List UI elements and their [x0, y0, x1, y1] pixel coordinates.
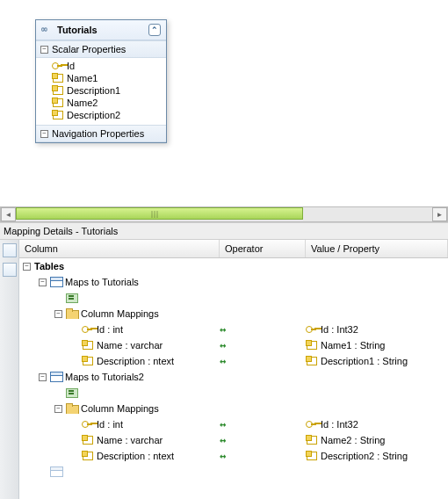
entity-title-bar[interactable]: ∞ Tutorials ⌃ — [36, 20, 166, 40]
scalar-props-list: IdName1Description1Name2Description2 — [36, 58, 166, 125]
property-icon — [306, 435, 318, 445]
minus-toggle-icon[interactable]: − — [54, 310, 62, 318]
scroll-track[interactable] — [16, 207, 432, 221]
minus-toggle-icon[interactable]: − — [23, 263, 31, 271]
gutter-button-1[interactable] — [3, 243, 17, 257]
column-mappings-label: Column Mappings — [81, 308, 159, 319]
property-icon — [306, 340, 318, 351]
property-icon — [52, 73, 64, 83]
operator-symbol: ↔ — [220, 434, 225, 446]
entity-property[interactable]: Name2 — [40, 97, 163, 109]
tree-row[interactable]: −Tables — [19, 258, 448, 274]
entity-property[interactable]: Id — [40, 60, 163, 72]
tree-row[interactable] — [19, 385, 448, 401]
designer-surface[interactable]: ∞ Tutorials ⌃ − Scalar Properties IdName… — [0, 0, 448, 206]
collapse-chevron-icon[interactable]: ⌃ — [148, 24, 161, 36]
grid-header: Column Operator Value / Property — [19, 240, 448, 258]
operator-symbol: ↔ — [220, 323, 225, 336]
key-icon — [52, 61, 64, 71]
condition-icon — [66, 293, 78, 303]
folder-icon — [66, 308, 78, 319]
table-icon — [50, 277, 62, 287]
tree-row[interactable]: − Column Mappings — [19, 306, 448, 322]
value-property: Name2 : String — [321, 435, 385, 445]
property-name: Name1 — [67, 73, 98, 83]
property-name: Name2 — [67, 98, 98, 108]
folder-icon — [66, 403, 78, 414]
value-property: Description2 : String — [321, 451, 408, 461]
entity-property[interactable]: Description1 — [40, 84, 163, 97]
header-value[interactable]: Value / Property — [306, 240, 448, 257]
property-icon — [52, 110, 64, 120]
tree-row[interactable] — [19, 290, 448, 306]
column-name: Name : varchar — [97, 340, 163, 351]
column-icon — [82, 340, 94, 351]
key-icon — [306, 324, 318, 335]
operator-symbol: ↔ — [220, 450, 225, 462]
property-icon — [306, 451, 318, 461]
tree-row[interactable]: Id : int↔Id : Int32 — [19, 322, 448, 337]
horizontal-scrollbar[interactable]: ◄ ► — [0, 206, 448, 222]
tree-row[interactable]: − Maps to Tutorials2 — [19, 369, 448, 385]
minus-toggle-icon[interactable]: − — [40, 130, 48, 138]
tree-row[interactable]: Description : ntext↔Description1 : Strin… — [19, 353, 448, 369]
mapping-tree: −Tables− Maps to Tutorials − Column Mapp… — [19, 258, 448, 480]
tree-row[interactable]: Name : varchar↔Name1 : String — [19, 337, 448, 353]
operator-symbol: ↔ — [220, 339, 225, 351]
condition-icon — [66, 387, 78, 398]
scalar-props-header[interactable]: − Scalar Properties — [36, 40, 166, 58]
operator-symbol: ↔ — [220, 355, 225, 367]
key-icon — [306, 419, 318, 430]
scroll-thumb[interactable] — [16, 207, 303, 220]
tree-row[interactable]: − Column Mappings — [19, 401, 448, 416]
tree-row[interactable] — [19, 464, 448, 480]
minus-toggle-icon[interactable]: − — [39, 373, 47, 381]
header-column[interactable]: Column — [19, 240, 220, 257]
table-icon — [50, 372, 62, 382]
column-icon — [82, 435, 94, 445]
scroll-right-button[interactable]: ► — [432, 207, 447, 221]
table-icon — [50, 466, 62, 477]
operator-symbol: ↔ — [220, 418, 225, 430]
column-name: Name : varchar — [97, 435, 163, 445]
property-name: Id — [67, 61, 75, 71]
column-icon — [82, 356, 94, 366]
nav-props-label: Navigation Properties — [52, 128, 144, 139]
minus-toggle-icon[interactable]: − — [54, 405, 62, 413]
maps-to-label: Maps to Tutorials — [65, 277, 139, 287]
value-property: Description1 : String — [321, 356, 408, 366]
tree-row[interactable]: Description : ntext↔Description2 : Strin… — [19, 448, 448, 464]
mapping-details-title: Mapping Details - Tutorials — [0, 222, 448, 240]
tree-row[interactable]: − Maps to Tutorials — [19, 274, 448, 290]
mapping-grid: Column Operator Value / Property −Tables… — [19, 240, 448, 499]
column-name: Id : int — [97, 419, 123, 430]
column-icon — [82, 451, 94, 461]
minus-toggle-icon[interactable]: − — [40, 46, 48, 54]
entity-property[interactable]: Description2 — [40, 109, 163, 121]
maps-to-label: Maps to Tutorials2 — [65, 372, 144, 382]
entity-title: Tutorials — [57, 25, 98, 35]
tables-root-label: Tables — [34, 261, 64, 271]
nav-props-header[interactable]: − Navigation Properties — [36, 125, 166, 142]
property-icon — [52, 98, 64, 108]
entity-icon: ∞ — [41, 25, 54, 35]
property-icon — [52, 85, 64, 96]
scroll-left-button[interactable]: ◄ — [1, 207, 16, 221]
header-operator[interactable]: Operator — [220, 240, 306, 257]
column-name: Description : ntext — [97, 451, 174, 461]
tree-row[interactable]: Id : int↔Id : Int32 — [19, 416, 448, 432]
mapping-gutter — [0, 240, 19, 499]
property-icon — [306, 356, 318, 366]
minus-toggle-icon[interactable]: − — [39, 278, 47, 286]
property-name: Description1 — [67, 85, 120, 96]
value-property: Name1 : String — [321, 340, 385, 351]
column-name: Description : ntext — [97, 356, 174, 366]
gutter-button-2[interactable] — [3, 263, 17, 277]
key-icon — [82, 324, 94, 335]
entity-card[interactable]: ∞ Tutorials ⌃ − Scalar Properties IdName… — [35, 19, 167, 143]
column-mappings-label: Column Mappings — [81, 403, 159, 414]
scalar-props-label: Scalar Properties — [52, 44, 126, 54]
tree-row[interactable]: Name : varchar↔Name2 : String — [19, 432, 448, 448]
entity-property[interactable]: Name1 — [40, 72, 163, 84]
key-icon — [82, 419, 94, 430]
